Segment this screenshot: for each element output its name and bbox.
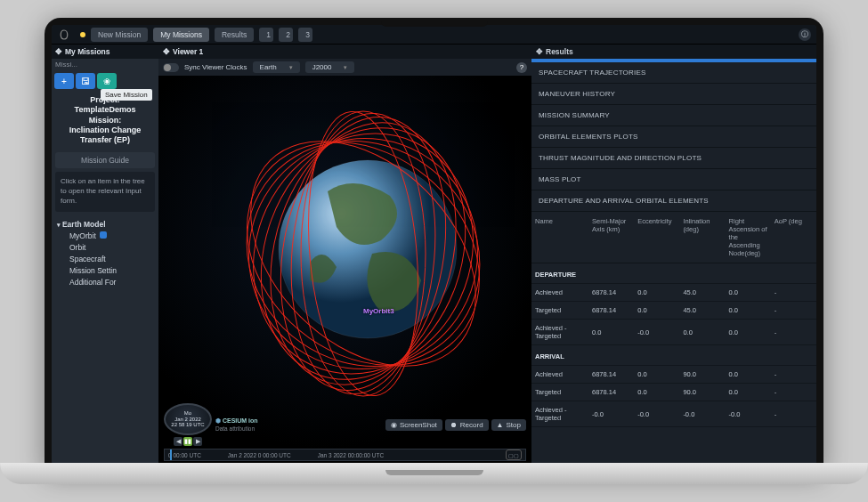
new-mission-button[interactable]: New Mission xyxy=(91,28,148,42)
drag-icon xyxy=(536,47,543,56)
sidebar: My Missions Missi... Save Mission + 🖫 ❀ … xyxy=(52,45,158,465)
tree-item-mission-setting[interactable]: Mission Settin xyxy=(57,265,153,277)
cesium-logo: ⬢ CESIUM ion xyxy=(215,417,258,425)
svg-point-7 xyxy=(227,102,499,405)
results-header[interactable]: Results xyxy=(531,45,816,59)
app-logo-icon xyxy=(57,28,71,42)
save-button[interactable]: 🖫 xyxy=(76,73,95,89)
svg-point-12 xyxy=(212,102,515,405)
timeline[interactable]: 0 00:00 UTC Jan 2 2022 0 00:00 UTC Jan 3… xyxy=(164,449,526,461)
svg-point-6 xyxy=(243,102,484,405)
svg-point-10 xyxy=(212,102,515,405)
top-bar: New Mission My Missions Results 1 2 3 ⓘ xyxy=(52,25,816,45)
sync-clocks-toggle[interactable] xyxy=(163,63,179,72)
screenshot-button[interactable]: ◉ ScreenShot xyxy=(385,419,442,431)
my-missions-button[interactable]: My Missions xyxy=(153,28,209,42)
add-button[interactable]: + xyxy=(54,73,74,89)
table-group-header: DEPARTURE xyxy=(531,263,816,284)
col-aop[interactable]: AoP (deg xyxy=(771,212,816,263)
table-row[interactable]: Targeted6878.140.090.00.0- xyxy=(531,384,816,401)
mission-guide-button[interactable]: Mission Guide xyxy=(55,152,155,168)
mission-tree: Earth Model MyOrbit Orbit Spacecraft Mis… xyxy=(52,217,158,290)
tree-root[interactable]: Earth Model xyxy=(57,219,153,231)
section-thrust-plots[interactable]: THRUST MAGNITUDE AND DIRECTION PLOTS xyxy=(531,148,816,169)
table-row[interactable]: Targeted6878.140.045.00.0- xyxy=(531,302,816,320)
drag-icon xyxy=(163,47,170,56)
col-ecc[interactable]: Eccentricity xyxy=(634,212,679,263)
record-button[interactable]: ⏺ Record xyxy=(445,419,489,431)
results-panel: Results SPACECRAFT TRAJECTORIES MANEUVER… xyxy=(531,45,816,465)
tab-3[interactable]: 3 xyxy=(298,28,312,42)
globe-viewport[interactable]: MyOrbit3 Mo Jan 2 2022 22 58 19 UTC xyxy=(158,76,531,465)
orbit-label: MyOrbit3 xyxy=(363,307,394,315)
tree-item-orbit[interactable]: Orbit xyxy=(57,242,153,254)
viewer-toolbar: Sync Viewer Clocks Earth J2000 ? xyxy=(158,59,531,76)
results-title: Results xyxy=(546,47,573,56)
body-select[interactable]: Earth xyxy=(253,61,300,73)
leaf-button[interactable]: ❀ xyxy=(97,73,117,89)
save-mission-tooltip: Save Mission xyxy=(101,89,152,101)
col-name[interactable]: Name xyxy=(531,212,588,263)
rewind-icon[interactable]: ◀ xyxy=(174,437,183,446)
tree-item-spacecraft[interactable]: Spacecraft xyxy=(57,254,153,265)
svg-point-9 xyxy=(212,102,515,405)
section-mission-summary[interactable]: MISSION SUMMARY xyxy=(531,105,816,126)
timeline-playhead[interactable] xyxy=(170,449,172,460)
sidebar-title: My Missions xyxy=(65,47,110,56)
table-row[interactable]: Achieved - Targeted-0.0-0.0-0.0-0.0- xyxy=(531,401,816,427)
tab-2[interactable]: 2 xyxy=(279,28,293,42)
col-sma[interactable]: Semi-Major Axis (km) xyxy=(588,212,634,263)
orbital-elements-table: Name Semi-Major Axis (km) Eccentricity I… xyxy=(531,212,816,427)
sync-clocks-label: Sync Viewer Clocks xyxy=(184,63,247,71)
col-inc[interactable]: Inlination (deg) xyxy=(679,212,725,263)
section-trajectories[interactable]: SPACECRAFT TRAJECTORIES xyxy=(531,62,816,84)
mission-guide-text: Click on an item in the tree to open the… xyxy=(55,172,155,211)
badge-icon xyxy=(100,231,107,239)
viewer-panel: Viewer 1 Sync Viewer Clocks Earth J2000 … xyxy=(158,45,531,465)
viewer-help-icon[interactable]: ? xyxy=(516,62,527,73)
sidebar-subline: Missi... xyxy=(52,59,158,70)
section-orbital-plots[interactable]: ORBITAL ELEMENTS PLOTS xyxy=(531,126,816,148)
stop-button[interactable]: ▲ Stop xyxy=(491,419,526,431)
viewer-footer: Mo Jan 2 2022 22 58 19 UTC ◀ ▮▮ ▶ xyxy=(158,400,531,465)
play-icon[interactable]: ▮▮ xyxy=(183,437,192,446)
tree-item-additional-forces[interactable]: Additional For xyxy=(57,277,153,288)
table-row[interactable]: Achieved6878.140.090.00.0- xyxy=(531,366,816,384)
vr-icon[interactable]: ▢▢ xyxy=(506,449,522,460)
tab-1[interactable]: 1 xyxy=(259,28,273,42)
data-attribution[interactable]: Data attribution xyxy=(215,425,258,432)
clock-widget[interactable]: Mo Jan 2 2022 22 58 19 UTC ◀ ▮▮ ▶ xyxy=(164,403,212,446)
sidebar-header[interactable]: My Missions xyxy=(52,45,158,59)
col-raan[interactable]: Right Ascension of the Ascending Node(de… xyxy=(726,212,771,263)
viewer-title: Viewer 1 xyxy=(173,47,203,56)
svg-point-5 xyxy=(260,104,466,404)
sun-icon xyxy=(80,32,85,37)
drag-icon xyxy=(55,47,62,56)
svg-point-11 xyxy=(212,102,515,405)
section-mass-plot[interactable]: MASS PLOT xyxy=(531,169,816,190)
svg-point-2 xyxy=(297,107,428,400)
table-row[interactable]: Achieved - Targeted0.0-0.00.00.0- xyxy=(531,320,816,345)
section-maneuver-history[interactable]: MANEUVER HISTORY xyxy=(531,84,816,105)
tree-item-myorbit[interactable]: MyOrbit xyxy=(57,231,153,242)
frame-select[interactable]: J2000 xyxy=(305,61,355,73)
viewer-header[interactable]: Viewer 1 xyxy=(158,45,531,59)
table-row[interactable]: Achieved6878.140.045.00.0- xyxy=(531,284,816,302)
table-group-header: ARRIVAL xyxy=(531,345,816,366)
help-icon[interactable]: ⓘ xyxy=(799,28,811,41)
orbit-trajectories xyxy=(212,102,515,405)
results-button[interactable]: Results xyxy=(215,28,254,42)
section-departure-arrival[interactable]: DEPARTURE AND ARRIVAL ORBITAL ELEMENTS xyxy=(531,190,816,212)
forward-icon[interactable]: ▶ xyxy=(193,437,202,446)
